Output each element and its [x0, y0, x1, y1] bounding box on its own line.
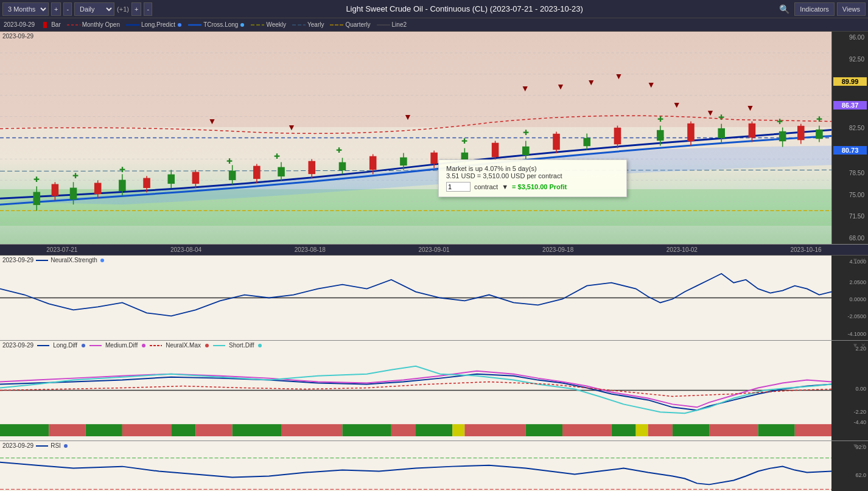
svg-rect-26 — [119, 180, 125, 190]
legend-tcrosslong-label: TCross.Long — [203, 21, 238, 28]
indicators-button[interactable]: Indicators — [794, 2, 835, 16]
svg-rect-121 — [281, 424, 342, 436]
svg-rect-36 — [401, 158, 407, 165]
svg-rect-78 — [798, 127, 804, 140]
svg-rect-118 — [171, 424, 195, 436]
diff-shortdiff-label: Short.Diff — [229, 342, 254, 349]
svg-rect-128 — [562, 424, 611, 436]
price-96: 96.00 — [833, 34, 867, 41]
xdate-3: 2023-08-18 — [295, 246, 326, 253]
svg-text:✚: ✚ — [274, 152, 280, 161]
profit-label: = $3,510.00 Profit — [512, 183, 567, 190]
search-icon[interactable]: 🔍 — [777, 4, 792, 14]
svg-text:✚: ✚ — [523, 128, 529, 137]
period-add-button[interactable]: + — [51, 2, 61, 16]
period-sub-button[interactable]: - — [63, 2, 72, 16]
svg-rect-125 — [452, 424, 464, 436]
svg-rect-56 — [144, 178, 150, 187]
diff-neuralxmax-label: NeuralX.Max — [166, 342, 201, 349]
svg-rect-66 — [431, 153, 437, 163]
svg-rect-115 — [49, 424, 85, 436]
contract-dropdown-icon[interactable]: ▼ — [502, 183, 508, 190]
xdate-2: 2023-08-04 — [170, 246, 201, 253]
price-8073: 80.73 — [833, 146, 867, 155]
rsi-close-icon[interactable]: ✕ — [861, 442, 866, 449]
svg-rect-72 — [614, 128, 620, 144]
legend-date: 2023-09-29 — [4, 21, 35, 28]
neurx-dropdown-icon[interactable]: ▼ — [852, 257, 858, 263]
rsi-dropdown-icon[interactable]: ▼ — [852, 442, 858, 449]
price-75: 75.00 — [833, 192, 867, 198]
views-button[interactable]: Views — [837, 2, 866, 16]
neurx-close-icon[interactable]: ✕ — [861, 257, 866, 263]
svg-rect-135 — [795, 424, 831, 436]
svg-text:▼: ▼ — [404, 112, 412, 122]
svg-text:✚: ✚ — [119, 165, 125, 174]
main-chart: 2023-09-29 — [0, 32, 868, 245]
main-chart-svg: ▼ ▼ ▼ ▼ ▼ ▼ ▼ ▼ ▼ ▼ ▼ ✚ ✚ ✚ ✚ ✚ ✚ ✚ ✚ ✚ … — [0, 32, 831, 244]
svg-rect-130 — [636, 424, 648, 436]
rsi-label: RSI — [51, 442, 61, 449]
rsi-header: 2023-09-29 RSI — [2, 442, 68, 449]
diff-date: 2023-09-29 — [2, 342, 33, 349]
xdate-4: 2023-09-01 — [418, 246, 449, 253]
legend-item-yearly: Yearly — [292, 21, 324, 28]
svg-rect-119 — [195, 424, 232, 436]
legend-item-bar: Bar — [41, 21, 61, 29]
interval-select[interactable]: Daily Weekly Hourly — [74, 2, 114, 16]
svg-text:▼: ▼ — [287, 122, 296, 132]
chart-title: Light Sweet Crude Oil - Continuous (CL) … — [155, 4, 774, 13]
svg-text:▼: ▼ — [673, 100, 681, 110]
svg-point-103 — [100, 259, 104, 262]
x-axis: 2023-07-21 2023-08-04 2023-08-18 2023-09… — [0, 245, 868, 256]
svg-text:▼: ▼ — [614, 71, 623, 81]
svg-rect-52 — [52, 184, 58, 195]
svg-rect-123 — [391, 424, 416, 436]
neurx-label: NeuralX.Strength — [51, 257, 97, 263]
price-axis: 96.00 92.50 89.99 86.37 82.50 80.73 78.5… — [831, 32, 868, 244]
svg-rect-30 — [229, 171, 236, 179]
svg-text:✚: ✚ — [718, 113, 724, 122]
svg-rect-132 — [673, 424, 709, 436]
svg-rect-124 — [416, 424, 452, 436]
svg-rect-117 — [122, 424, 171, 436]
svg-text:✚: ✚ — [657, 115, 663, 124]
price-78: 78.50 — [833, 170, 867, 176]
diff-dropdown-icon[interactable]: ▼ — [852, 342, 858, 349]
neurx-header: 2023-09-29 NeuralX.Strength — [2, 257, 105, 263]
svg-point-112 — [258, 344, 262, 347]
svg-text:▼: ▼ — [706, 108, 715, 117]
offset-sub-button[interactable]: - — [144, 2, 152, 16]
svg-rect-60 — [254, 166, 260, 178]
svg-text:✚: ✚ — [33, 175, 40, 184]
legend-longpredict-label: Long.Predict — [141, 21, 175, 28]
svg-point-110 — [205, 344, 209, 347]
price-8637: 86.37 — [833, 101, 867, 110]
svg-rect-116 — [86, 424, 122, 436]
svg-rect-126 — [464, 424, 525, 436]
svg-rect-76 — [749, 124, 755, 138]
svg-rect-28 — [168, 175, 174, 183]
legend-line2-label: Line2 — [392, 21, 407, 28]
svg-text:▼: ▼ — [208, 116, 217, 126]
xdate-7: 2023-10-16 — [790, 246, 821, 253]
legend-item-longpredict: Long.Predict — [126, 21, 182, 28]
legend-item-line2: Line2 — [377, 21, 407, 28]
svg-rect-70 — [553, 134, 559, 150]
neurx-y-axis: 4.1000 2.0500 0.0000 -2.0500 -4.1000 — [831, 256, 868, 340]
svg-point-108 — [142, 344, 145, 347]
offset-add-button[interactable]: + — [131, 2, 141, 16]
rsi-date: 2023-09-29 — [2, 442, 33, 449]
svg-rect-24 — [71, 188, 77, 199]
svg-text:✚: ✚ — [816, 115, 822, 124]
period-select[interactable]: 3 Months 1 Month 6 Months — [2, 2, 49, 16]
legend-item-quarterly: Quarterly — [330, 21, 370, 28]
diff-y-axis: 2.20 0.00 -2.20 -4.40 — [831, 341, 868, 441]
tooltip-line2: 3.51 USD = 3,510.00 USD per contract — [446, 172, 619, 179]
svg-rect-74 — [688, 124, 694, 141]
diff-close-icon[interactable]: ✕ — [861, 342, 866, 349]
contract-quantity-input[interactable] — [446, 182, 471, 192]
legend-bar-label: Bar — [51, 21, 61, 28]
svg-rect-50 — [816, 130, 822, 139]
svg-text:✚: ✚ — [226, 157, 233, 165]
